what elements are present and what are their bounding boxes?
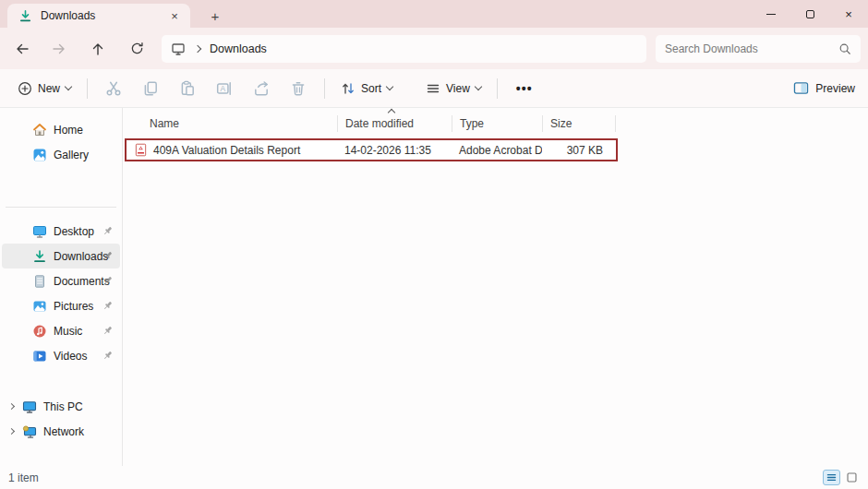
search-icon[interactable] xyxy=(838,42,851,55)
toolbar-divider xyxy=(87,78,88,99)
documents-icon xyxy=(32,274,47,289)
sort-icon xyxy=(341,81,356,96)
paste-button[interactable] xyxy=(169,74,206,103)
sidebar-item-label: Pictures xyxy=(54,300,93,313)
videos-icon xyxy=(32,349,47,364)
downloads-icon xyxy=(32,249,47,264)
sidebar-item-label: Network xyxy=(43,425,84,438)
view-button[interactable]: View xyxy=(417,76,489,101)
item-count: 1 item xyxy=(8,471,39,484)
sidebar-item-videos[interactable]: Videos xyxy=(2,343,120,368)
large-icons-view-button[interactable] xyxy=(843,470,861,485)
pictures-icon xyxy=(32,299,47,314)
cut-button[interactable] xyxy=(95,74,132,103)
status-bar: 1 item xyxy=(0,466,868,489)
file-date-cell[interactable]: 14-02-2026 11:35 xyxy=(337,144,452,157)
rename-button[interactable]: A xyxy=(206,74,243,103)
expand-chevron-icon[interactable] xyxy=(8,428,15,435)
sidebar-item-desktop[interactable]: Desktop xyxy=(2,219,120,244)
window-controls: × xyxy=(752,0,868,28)
expand-chevron-icon[interactable] xyxy=(8,403,15,410)
sidebar-item-label: Desktop xyxy=(54,225,94,238)
sidebar-item-gallery[interactable]: Gallery xyxy=(2,142,120,167)
column-header-type[interactable]: Type xyxy=(452,115,542,132)
sort-button[interactable]: Sort xyxy=(332,76,401,101)
column-header-size[interactable]: Size xyxy=(542,115,616,132)
sidebar-item-label: Home xyxy=(54,124,83,137)
sidebar: Home Gallery Desktop Downloads Documents xyxy=(0,108,123,466)
titlebar: Downloads × + × xyxy=(0,0,868,28)
this-pc-icon[interactable] xyxy=(171,42,186,56)
details-view-button[interactable] xyxy=(823,470,840,485)
sidebar-item-network[interactable]: Network xyxy=(2,419,120,444)
sidebar-item-home[interactable]: Home xyxy=(2,117,120,142)
share-icon xyxy=(253,80,270,97)
file-name-cell[interactable]: 409A Valuation Details Report xyxy=(127,143,337,157)
sidebar-item-this-pc[interactable]: This PC xyxy=(2,394,120,419)
address-bar[interactable]: Downloads xyxy=(162,35,646,63)
maximize-button[interactable] xyxy=(790,0,829,28)
minimize-button[interactable] xyxy=(752,0,790,28)
explorer-tab[interactable]: Downloads × xyxy=(7,4,190,28)
breadcrumb-chevron-icon[interactable] xyxy=(194,45,201,53)
chevron-down-icon xyxy=(475,83,482,90)
downloads-icon xyxy=(18,9,32,23)
see-more-button[interactable]: ••• xyxy=(505,81,544,96)
file-size-cell[interactable]: 307 KB xyxy=(542,144,612,157)
refresh-button[interactable] xyxy=(122,34,151,64)
search-box xyxy=(656,35,861,63)
file-row[interactable]: 409A Valuation Details Report 14-02-2026… xyxy=(127,140,616,160)
cut-icon xyxy=(105,80,122,97)
forward-icon xyxy=(52,42,66,56)
delete-button[interactable] xyxy=(280,74,317,103)
sidebar-item-label: Gallery xyxy=(54,149,89,161)
search-input[interactable] xyxy=(665,42,838,55)
back-button[interactable] xyxy=(7,34,37,64)
back-icon xyxy=(15,42,30,56)
toolbar-divider xyxy=(324,78,325,99)
sidebar-item-label: Music xyxy=(54,325,82,338)
file-type-cell[interactable]: Adobe Acrobat D… xyxy=(452,144,542,157)
new-button[interactable]: New xyxy=(9,76,79,101)
music-icon xyxy=(32,324,47,339)
file-list: Name Date modified Type Size 409A Valuat… xyxy=(125,108,868,466)
preview-label: Preview xyxy=(815,82,855,95)
minimize-icon xyxy=(766,14,776,15)
home-icon xyxy=(32,123,47,137)
sidebar-item-label: Videos xyxy=(54,350,87,363)
maximize-icon xyxy=(806,10,814,18)
forward-button[interactable] xyxy=(44,34,74,64)
pin-icon xyxy=(102,300,114,312)
details-view-icon xyxy=(826,471,838,483)
sidebar-item-pictures[interactable]: Pictures xyxy=(2,293,120,318)
view-icon xyxy=(426,81,440,96)
share-button[interactable] xyxy=(243,74,280,103)
paste-icon xyxy=(179,80,196,97)
selection-highlight-box: 409A Valuation Details Report 14-02-2026… xyxy=(125,138,618,161)
sidebar-item-documents[interactable]: Documents xyxy=(2,268,120,293)
copy-button[interactable] xyxy=(132,74,169,103)
tab-title: Downloads xyxy=(41,9,166,22)
chevron-down-icon xyxy=(65,83,72,90)
rename-icon: A xyxy=(216,80,233,97)
sort-label: Sort xyxy=(361,82,381,95)
command-bar: New A Sort View ••• Preview xyxy=(0,69,868,108)
column-header-date-modified[interactable]: Date modified xyxy=(337,115,452,132)
large-icons-view-icon xyxy=(846,471,858,483)
navigation-bar: Downloads xyxy=(0,28,868,69)
sidebar-item-downloads[interactable]: Downloads xyxy=(2,244,120,268)
new-tab-button[interactable]: + xyxy=(205,6,225,26)
up-button[interactable] xyxy=(83,34,113,64)
view-toggles xyxy=(823,470,861,485)
sidebar-item-music[interactable]: Music xyxy=(2,318,120,343)
tab-close-icon[interactable]: × xyxy=(166,7,183,24)
delete-icon xyxy=(290,80,307,97)
pin-icon xyxy=(102,350,114,362)
preview-icon xyxy=(793,81,809,95)
new-label: New xyxy=(38,82,60,95)
breadcrumb[interactable]: Downloads xyxy=(210,42,267,55)
close-button[interactable]: × xyxy=(829,0,868,28)
preview-toggle[interactable]: Preview xyxy=(793,81,855,95)
column-header-name[interactable]: Name xyxy=(125,115,337,132)
gallery-icon xyxy=(32,148,47,162)
